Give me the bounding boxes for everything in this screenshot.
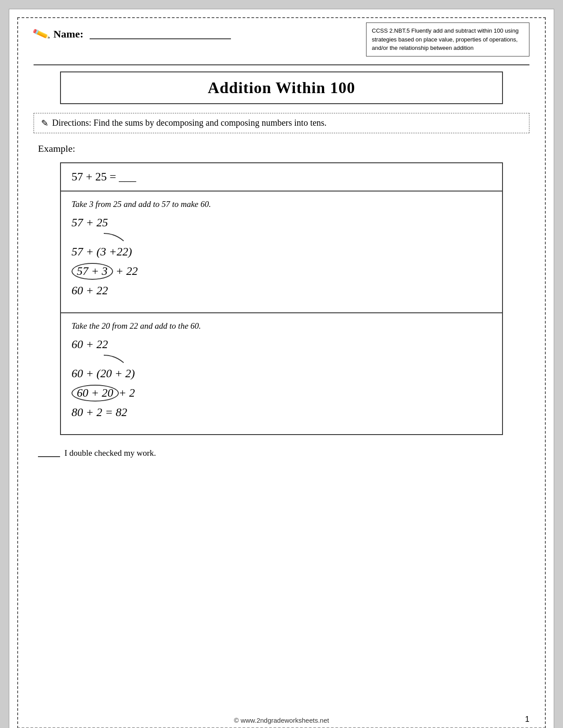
standard-text: CCSS 2.NBT.5 Fluently add and subtract w…	[372, 27, 518, 51]
double-check-row: I double checked my work.	[38, 448, 529, 458]
section-1-instruction: Take 3 from 25 and add to 57 to make 60.	[72, 199, 491, 209]
example-label: Example:	[38, 143, 529, 154]
name-input-line	[90, 30, 231, 39]
arrow1-svg	[102, 231, 128, 244]
check-line	[38, 449, 60, 457]
section1-line2: 57 + (3 +22)	[72, 245, 491, 259]
problem-row: 57 + 25 = ___	[61, 163, 502, 191]
directions-box: ✎ Directions: Find the sums by decomposi…	[34, 113, 529, 133]
footer-website: © www.2ndgradeworksheets.net	[234, 717, 329, 724]
section2-line1: 60 + 22	[72, 338, 491, 351]
section-1: Take 3 from 25 and add to 57 to make 60.…	[61, 191, 502, 313]
header: ✏️ Name: CCSS 2.NBT.5 Fluently add and s…	[34, 23, 529, 56]
page-title: Addition Within 100	[208, 79, 355, 97]
section2-oval: 60 + 20	[72, 385, 119, 402]
footer: © www.2ndgradeworksheets.net	[9, 717, 554, 724]
check-text: I double checked my work.	[64, 448, 156, 458]
section1-line1: 57 + 25	[72, 216, 491, 229]
title-box: Addition Within 100	[60, 71, 503, 104]
problem-equation: 57 + 25 = ___	[72, 170, 136, 183]
section-2: Take the 20 from 22 and add to the 60. 6…	[61, 313, 502, 434]
standard-box: CCSS 2.NBT.5 Fluently add and subtract w…	[366, 23, 529, 56]
directions-text: Directions: Find the sums by decomposing…	[52, 118, 327, 128]
name-label: Name:	[53, 28, 83, 40]
section1-line4: 60 + 22	[72, 284, 491, 297]
arrow2-container	[72, 356, 491, 365]
section2-line2: 60 + (20 + 2)	[72, 367, 491, 380]
name-section: ✏️ Name:	[34, 23, 231, 41]
section2-line4: 80 + 2 = 82	[72, 406, 491, 419]
section-2-instruction: Take the 20 from 22 and add to the 60.	[72, 321, 491, 331]
directions-icon: ✎	[41, 118, 49, 128]
header-divider	[34, 64, 529, 65]
worksheet-page: ✏️ Name: CCSS 2.NBT.5 Fluently add and s…	[9, 9, 554, 728]
arrow1-container	[72, 234, 491, 244]
pencil-icon: ✏️	[31, 25, 51, 44]
page-number: 1	[525, 715, 529, 724]
section2-line3: 60 + 20+ 2	[72, 385, 491, 402]
arrow2-svg	[102, 353, 128, 366]
section1-oval: 57 + 3	[72, 263, 113, 280]
example-box: 57 + 25 = ___ Take 3 from 25 and add to …	[60, 162, 503, 435]
section1-line3: 57 + 3 + 22	[72, 263, 491, 280]
